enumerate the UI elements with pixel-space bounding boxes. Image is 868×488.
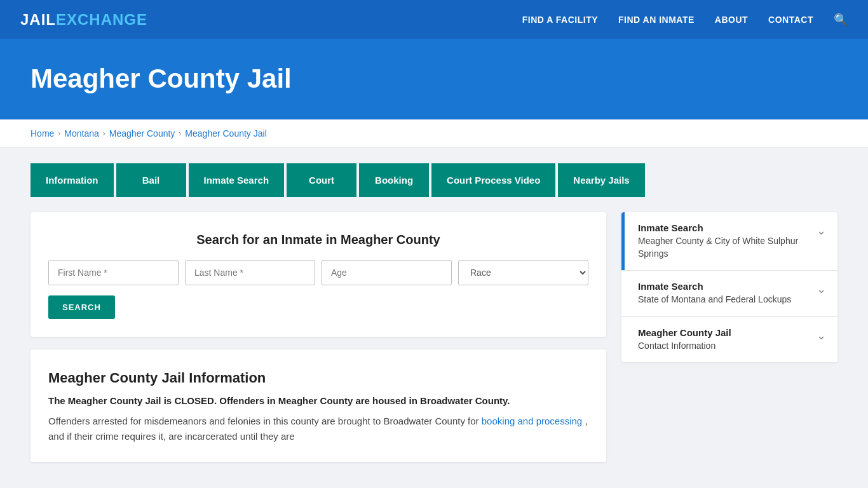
main-nav: FIND A FACILITYFIND AN INMATEABOUTCONTAC… bbox=[522, 13, 848, 27]
sidebar-inmate-search-1-title: Inmate Search bbox=[638, 222, 811, 233]
breadcrumb-item-1[interactable]: Montana bbox=[64, 128, 98, 139]
age-input[interactable] bbox=[322, 260, 452, 285]
booking-processing-link[interactable]: booking and processing bbox=[482, 416, 582, 426]
tabs-bar: InformationBailInmate SearchCourtBooking… bbox=[0, 148, 868, 197]
tab-information[interactable]: Information bbox=[31, 163, 114, 197]
breadcrumb: Home›Montana›Meagher County›Meagher Coun… bbox=[31, 128, 837, 139]
breadcrumb-separator: › bbox=[103, 129, 105, 138]
breadcrumb-item-3[interactable]: Meagher County Jail bbox=[185, 128, 266, 139]
search-card-title: Search for an Inmate in Meagher County bbox=[48, 233, 588, 247]
left-panel: Search for an Inmate in Meagher County R… bbox=[31, 212, 606, 488]
breadcrumb-separator: › bbox=[179, 129, 181, 138]
chevron-down-icon: ⌄ bbox=[817, 282, 826, 296]
info-paragraph-text: Offenders arrested for misdemeanors and … bbox=[48, 416, 479, 426]
search-button[interactable]: SEARCH bbox=[48, 295, 115, 319]
main-content: Search for an Inmate in Meagher County R… bbox=[0, 197, 868, 488]
sidebar-card: Inmate SearchMeagher County & City of Wh… bbox=[621, 212, 837, 362]
nav-item-about[interactable]: ABOUT bbox=[715, 15, 748, 25]
info-paragraph: Offenders arrested for misdemeanors and … bbox=[48, 414, 588, 444]
last-name-input[interactable] bbox=[185, 260, 315, 285]
sidebar-contact-info[interactable]: Meagher County JailContact Information⌄ bbox=[621, 317, 837, 363]
chevron-down-icon: ⌄ bbox=[817, 224, 826, 238]
info-card: Meagher County Jail Information The Meag… bbox=[31, 349, 606, 462]
logo[interactable]: JAIL EXCHANGE bbox=[20, 11, 147, 29]
breadcrumb-separator: › bbox=[58, 129, 60, 138]
sidebar-inmate-search-1[interactable]: Inmate SearchMeagher County & City of Wh… bbox=[621, 212, 837, 271]
header: JAIL EXCHANGE FIND A FACILITYFIND AN INM… bbox=[0, 0, 868, 41]
sidebar-inmate-search-1-subtitle: Meagher County & City of White Sulphur S… bbox=[638, 235, 811, 260]
info-card-title: Meagher County Jail Information bbox=[48, 370, 588, 386]
header-search-icon[interactable]: 🔍 bbox=[834, 13, 848, 27]
sidebar-contact-info-title: Meagher County Jail bbox=[638, 327, 731, 338]
tab-nearby-jails[interactable]: Nearby Jails bbox=[558, 163, 644, 197]
tab-bail[interactable]: Bail bbox=[116, 163, 186, 197]
tab-court-process-video[interactable]: Court Process Video bbox=[431, 163, 555, 197]
nav-item-contact[interactable]: CONTACT bbox=[768, 15, 813, 25]
sidebar-accent bbox=[621, 212, 625, 270]
tabs: InformationBailInmate SearchCourtBooking… bbox=[31, 163, 837, 197]
info-bold-text: The Meagher County Jail is CLOSED. Offen… bbox=[48, 395, 588, 406]
breadcrumb-bar: Home›Montana›Meagher County›Meagher Coun… bbox=[0, 119, 868, 148]
sidebar-contact-info-subtitle: Contact Information bbox=[638, 340, 731, 353]
chevron-down-icon: ⌄ bbox=[817, 329, 826, 342]
sidebar-inmate-search-2-title: Inmate Search bbox=[638, 281, 791, 292]
nav-item-find-inmate[interactable]: FIND AN INMATE bbox=[618, 15, 695, 25]
nav-item-find-facility[interactable]: FIND A FACILITY bbox=[522, 15, 598, 25]
tab-court[interactable]: Court bbox=[287, 163, 356, 197]
race-select[interactable]: RaceWhiteBlackHispanicAsianNative Americ… bbox=[458, 260, 588, 285]
page-title: Meagher County Jail bbox=[31, 64, 837, 94]
logo-jail: JAIL bbox=[20, 11, 56, 29]
search-card: Search for an Inmate in Meagher County R… bbox=[31, 212, 606, 337]
tab-booking[interactable]: Booking bbox=[359, 163, 429, 197]
hero-section: Meagher County Jail bbox=[0, 41, 868, 119]
tab-inmate-search[interactable]: Inmate Search bbox=[189, 163, 285, 197]
logo-exchange: EXCHANGE bbox=[56, 11, 147, 29]
sidebar-inmate-search-2[interactable]: Inmate SearchState of Montana and Federa… bbox=[621, 271, 837, 317]
first-name-input[interactable] bbox=[48, 260, 179, 285]
breadcrumb-item-0[interactable]: Home bbox=[31, 128, 54, 139]
search-fields: RaceWhiteBlackHispanicAsianNative Americ… bbox=[48, 260, 588, 285]
breadcrumb-item-2[interactable]: Meagher County bbox=[109, 128, 175, 139]
right-panel: Inmate SearchMeagher County & City of Wh… bbox=[621, 212, 837, 488]
sidebar-inmate-search-2-subtitle: State of Montana and Federal Lockups bbox=[638, 294, 791, 306]
